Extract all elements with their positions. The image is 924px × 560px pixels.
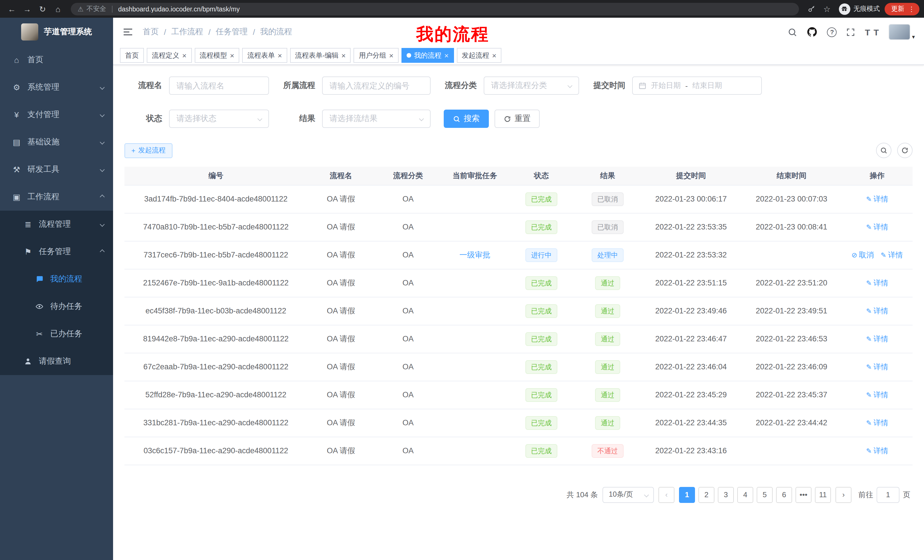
date-range-picker[interactable]: 开始日期 - 结束日期: [632, 76, 762, 95]
tab-home[interactable]: 首页: [120, 48, 144, 63]
tab-label: 流程表单-编辑: [295, 51, 339, 60]
page-button-3[interactable]: 3: [718, 487, 734, 503]
breadcrumb-item[interactable]: 首页: [143, 27, 159, 37]
close-icon[interactable]: ×: [492, 52, 496, 59]
chevron-down-icon: [100, 222, 105, 227]
sidebar-item-process-management[interactable]: ≣流程管理: [0, 211, 113, 238]
close-icon[interactable]: ×: [278, 52, 282, 59]
key-icon[interactable]: [804, 2, 819, 16]
filter-label-process: 所属流程: [282, 81, 315, 91]
sidebar-item-workflow[interactable]: ▣工作流程: [0, 183, 113, 211]
detail-link[interactable]: ✎详情: [866, 278, 888, 288]
sidebar-item-home[interactable]: ⌂首页: [0, 46, 113, 73]
help-icon[interactable]: ?: [827, 27, 837, 37]
category-select[interactable]: 请选择流程分类: [484, 76, 579, 95]
tab-process-form[interactable]: 流程表单×: [242, 48, 287, 63]
sidebar-item-done-tasks[interactable]: ✂已办任务: [0, 320, 113, 347]
page-button-1[interactable]: 1: [679, 487, 695, 503]
sidebar-item-payment-management[interactable]: ¥支付管理: [0, 101, 113, 129]
sidebar-item-my-process[interactable]: 我的流程: [0, 265, 113, 293]
update-button[interactable]: 更新 ⋮: [884, 3, 920, 15]
table-row: 819442e8-7b9a-11ec-a290-acde48001122OA 请…: [124, 325, 913, 353]
edit-icon: ✎: [866, 419, 872, 427]
hamburger-icon[interactable]: [122, 26, 134, 38]
status-select[interactable]: 请选择状态: [169, 109, 269, 128]
security-warning[interactable]: ⚠ 不安全: [78, 4, 106, 13]
cell-id: ec45f38f-7b9a-11ec-b03b-acde48001122: [124, 297, 307, 325]
sidebar-item-leave-query[interactable]: 请假查询: [0, 347, 113, 375]
next-page-button[interactable]: ›: [836, 487, 852, 503]
chevron-down-icon: [258, 117, 262, 121]
reset-button[interactable]: 重置: [495, 109, 540, 128]
search-button[interactable]: 搜索: [444, 109, 489, 128]
forward-icon[interactable]: →: [20, 2, 34, 16]
breadcrumb-item[interactable]: 任务管理: [216, 27, 248, 37]
cell-name: OA 请假: [307, 241, 375, 269]
tab-user-group[interactable]: 用户分组×: [354, 48, 399, 63]
process-definition-input[interactable]: [322, 76, 430, 95]
kebab-icon[interactable]: ⋮: [908, 5, 915, 13]
sidebar-item-task-management[interactable]: ⚑任务管理: [0, 238, 113, 265]
sidebar-item-system-management[interactable]: ⚙系统管理: [0, 73, 113, 101]
page-button-2[interactable]: 2: [698, 487, 714, 503]
fullscreen-icon[interactable]: [846, 27, 856, 37]
breadcrumb-item[interactable]: 我的流程: [260, 27, 292, 37]
hide-search-button[interactable]: [876, 143, 891, 158]
detail-link[interactable]: ✎详情: [866, 334, 888, 344]
prev-page-button[interactable]: ‹: [658, 487, 675, 503]
cell-current-task: [441, 269, 508, 297]
browser-home-icon[interactable]: ⌂: [51, 2, 65, 16]
page-size-select[interactable]: 10条/页: [603, 487, 654, 503]
star-icon[interactable]: ☆: [820, 2, 834, 16]
page-button-5[interactable]: 5: [757, 487, 772, 503]
create-process-button[interactable]: + 发起流程: [124, 143, 172, 158]
detail-link[interactable]: ✎详情: [866, 446, 888, 456]
page-button-11[interactable]: 11: [815, 487, 831, 503]
tab-start-process[interactable]: 发起流程×: [457, 48, 501, 63]
page-ellipsis[interactable]: •••: [795, 487, 812, 503]
detail-link[interactable]: ✎详情: [866, 222, 888, 232]
reload-icon[interactable]: ↻: [35, 2, 50, 16]
tab-process-model[interactable]: 流程模型×: [195, 48, 239, 63]
address-bar[interactable]: ⚠ 不安全 dashboard.yudao.iocoder.cn/bpm/tas…: [71, 3, 799, 15]
avatar[interactable]: [889, 24, 910, 40]
cell-category: OA: [375, 297, 441, 325]
page-button-6[interactable]: 6: [776, 487, 792, 503]
refresh-button[interactable]: [897, 143, 913, 158]
close-icon[interactable]: ×: [389, 52, 393, 59]
chevron-up-icon: [100, 250, 105, 254]
tab-process-definition[interactable]: 流程定义×: [147, 48, 192, 63]
cancel-link[interactable]: ⊘取消: [852, 250, 874, 260]
close-icon[interactable]: ×: [182, 52, 186, 59]
detail-link[interactable]: ✎详情: [866, 194, 888, 204]
github-icon[interactable]: [807, 26, 818, 38]
close-icon[interactable]: ×: [342, 52, 346, 59]
cell-ops: ✎详情: [842, 409, 913, 437]
result-select[interactable]: 请选择流结果: [322, 109, 430, 128]
font-size-icon[interactable]: T T: [865, 27, 879, 37]
sidebar-item-todo-tasks[interactable]: 待办任务: [0, 293, 113, 320]
process-name-input[interactable]: [169, 76, 269, 95]
detail-link[interactable]: ✎详情: [866, 389, 888, 400]
breadcrumb-item[interactable]: 工作流程: [171, 27, 203, 37]
cell-result: 通过: [574, 269, 641, 297]
workflow-icon: ▣: [11, 192, 22, 202]
sidebar-item-infrastructure[interactable]: ▤基础设施: [0, 129, 113, 156]
tags-view: 首页流程定义×流程模型×流程表单×流程表单-编辑×用户分组×我的流程×发起流程×: [113, 46, 924, 65]
page-button-4[interactable]: 4: [737, 487, 753, 503]
detail-link[interactable]: ✎详情: [880, 250, 903, 260]
detail-link[interactable]: ✎详情: [866, 306, 888, 316]
close-icon[interactable]: ×: [444, 52, 448, 59]
cell-id: 2152467e-7b9b-11ec-9a1b-acde48001122: [124, 269, 307, 297]
search-icon[interactable]: [788, 27, 798, 37]
tab-process-form-edit[interactable]: 流程表单-编辑×: [290, 48, 351, 63]
close-icon[interactable]: ×: [230, 52, 234, 59]
current-task-link[interactable]: 一级审批: [459, 250, 490, 259]
user-menu[interactable]: ▾: [889, 24, 915, 40]
goto-page-input[interactable]: [877, 487, 900, 503]
tab-my-process[interactable]: 我的流程×: [402, 48, 454, 63]
detail-link[interactable]: ✎详情: [866, 362, 888, 372]
sidebar-item-dev-tools[interactable]: ⚒研发工具: [0, 156, 113, 183]
detail-link[interactable]: ✎详情: [866, 418, 888, 428]
back-icon[interactable]: ←: [4, 2, 19, 16]
